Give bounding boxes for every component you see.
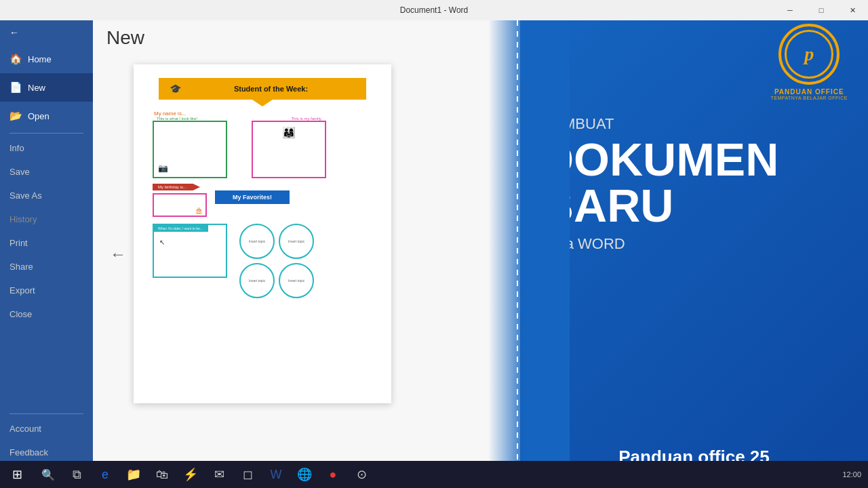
start-button[interactable]: ⊞ xyxy=(0,461,34,488)
promo-block: MEMBUAT DOKUMEN BARU pada WORD xyxy=(540,115,778,253)
store-icon[interactable]: 🛍 xyxy=(148,461,176,488)
sidebar: ← 🏠 Home 📄 New 📂 Open Info Save Save As … xyxy=(0,20,93,488)
birthday-label: My birthday is... xyxy=(158,185,186,189)
title-bar: Document1 - Word ─ □ ✕ xyxy=(0,0,868,20)
birthday-box: 🎂 xyxy=(153,193,207,217)
info-label: Info xyxy=(9,143,24,153)
sidebar-item-save[interactable]: Save xyxy=(0,160,93,184)
edge-icon[interactable]: 🌐 xyxy=(290,461,319,488)
share-label: Share xyxy=(9,262,33,272)
circle-1: Insert topic xyxy=(239,224,275,259)
sidebar-item-open[interactable]: 📂 Open xyxy=(0,102,93,130)
outlook-icon[interactable]: ✉ xyxy=(205,461,233,488)
template-content: 🎓 Student of the Week: My name is... Thi… xyxy=(147,78,378,390)
logo-brand: PANDUAN OFFICE xyxy=(774,88,844,96)
history-label: History xyxy=(9,214,37,224)
window-title: Document1 - Word xyxy=(400,5,468,15)
save-label: Save xyxy=(9,167,30,177)
graduation-icon: 🎓 xyxy=(170,83,181,94)
sidebar-item-info[interactable]: Info xyxy=(0,136,93,160)
home-icon: 🏠 xyxy=(9,53,22,65)
explorer-icon[interactable]: 📁 xyxy=(119,461,148,488)
birthday-section: My birthday is... 🎂 xyxy=(153,184,207,217)
saveas-label: Save As xyxy=(9,190,42,201)
family-icon: 👨‍👩‍👧 xyxy=(282,126,296,139)
back-icon: ← xyxy=(9,27,19,38)
circle-4: Insert topic xyxy=(279,263,314,298)
maximize-button[interactable]: □ xyxy=(806,0,837,20)
sidebar-item-account[interactable]: Account xyxy=(0,417,93,441)
main-content: New ← 🎓 Student of the Week: My name is.… xyxy=(93,20,520,488)
feedback-label: Feedback xyxy=(9,447,48,458)
promo-line2: DOKUMEN xyxy=(540,136,778,182)
word-icon[interactable]: W xyxy=(262,461,290,488)
clock: 12:00 xyxy=(842,470,861,479)
sidebar-label-open: Open xyxy=(28,111,50,121)
export-label: Export xyxy=(9,285,35,296)
sidebar-item-history: History xyxy=(0,207,93,231)
dashed-divider xyxy=(517,20,518,488)
print-label: Print xyxy=(9,238,28,248)
system-tray: 12:00 xyxy=(835,470,868,479)
look-label: This is what I look like! xyxy=(157,117,197,121)
my-name-label: My name is... xyxy=(154,110,378,117)
document-preview[interactable]: 🎓 Student of the Week: My name is... Thi… xyxy=(134,64,391,403)
logo-letter: p xyxy=(804,43,814,65)
favorites-banner: My Favorites! xyxy=(215,190,290,204)
photo-section: This is what I look like! 📷 This is my f… xyxy=(153,121,372,178)
student-title: Student of the Week: xyxy=(186,85,355,93)
birthday-icon: 🎂 xyxy=(195,207,203,214)
minimize-button[interactable]: ─ xyxy=(774,0,806,20)
sidebar-item-export[interactable]: Export xyxy=(0,279,93,302)
favorites-label: My Favorites! xyxy=(233,194,272,201)
close-label: Close xyxy=(9,309,32,319)
close-button[interactable]: ✕ xyxy=(837,0,868,20)
cursor-icon: ↖ xyxy=(159,239,165,246)
open-icon: 📂 xyxy=(9,110,22,122)
page-title: New xyxy=(106,27,144,49)
older-box: When I'm older, I want to be... ↖ xyxy=(153,224,227,278)
sidebar-item-new[interactable]: 📄 New xyxy=(0,73,93,102)
camera-icon: 📷 xyxy=(158,163,168,173)
logo-area: p PANDUAN OFFICE TEMPATNYA BELAJAR OFFIC… xyxy=(770,24,848,100)
logo-circle: p xyxy=(778,24,840,85)
student-banner: 🎓 Student of the Week: xyxy=(159,78,366,100)
divider-2 xyxy=(9,413,83,414)
family-label: This is my family. xyxy=(291,117,322,121)
obs-icon[interactable]: ⊙ xyxy=(347,461,376,488)
circle-2: Insert topic xyxy=(279,224,314,259)
camtasia-icon[interactable]: ● xyxy=(319,461,347,488)
taskbar: ⊞ 🔍 ⧉ e 📁 🛍 ⚡ ✉ ◻ W 🌐 ● ⊙ 12:00 xyxy=(0,461,868,488)
account-label: Account xyxy=(9,424,41,434)
circle-3: Insert topic xyxy=(239,263,275,298)
photo-box-self: This is what I look like! 📷 xyxy=(153,121,227,178)
promo-line4: pada WORD xyxy=(540,235,778,253)
sidebar-label-new: New xyxy=(28,83,45,93)
ie-icon[interactable]: e xyxy=(91,461,119,488)
back-button[interactable]: ← xyxy=(0,20,93,45)
favorites-section: My Favorites! xyxy=(215,190,290,204)
older-label: When I'm older, I want to be... xyxy=(158,226,203,230)
sidebar-item-close[interactable]: Close xyxy=(0,302,93,326)
sidebar-item-home[interactable]: 🏠 Home xyxy=(0,45,93,73)
new-icon: 📄 xyxy=(9,81,22,94)
logo-inner: p xyxy=(785,30,833,79)
search-button[interactable]: 🔍 xyxy=(34,461,62,488)
window-controls: ─ □ ✕ xyxy=(774,0,868,20)
prev-arrow[interactable]: ← xyxy=(110,245,126,264)
sidebar-label-home: Home xyxy=(28,54,52,64)
sidebar-item-print[interactable]: Print xyxy=(0,231,93,255)
powerautomate-icon[interactable]: ⚡ xyxy=(176,461,205,488)
divider-1 xyxy=(9,133,83,134)
task-view-button[interactable]: ⧉ xyxy=(62,461,91,488)
dropbox-icon[interactable]: ◻ xyxy=(233,461,262,488)
promo-line3: BARU xyxy=(540,182,778,228)
photo-box-family: This is my family. 👨‍👩‍👧 xyxy=(252,121,326,178)
sidebar-item-saveas[interactable]: Save As xyxy=(0,184,93,207)
circles-grid: Insert topic Insert topic Insert topic I… xyxy=(239,224,314,298)
promo-line1: MEMBUAT xyxy=(540,115,778,133)
sidebar-item-share[interactable]: Share xyxy=(0,255,93,279)
logo-tagline: TEMPATNYA BELAJAR OFFICE xyxy=(770,96,848,100)
